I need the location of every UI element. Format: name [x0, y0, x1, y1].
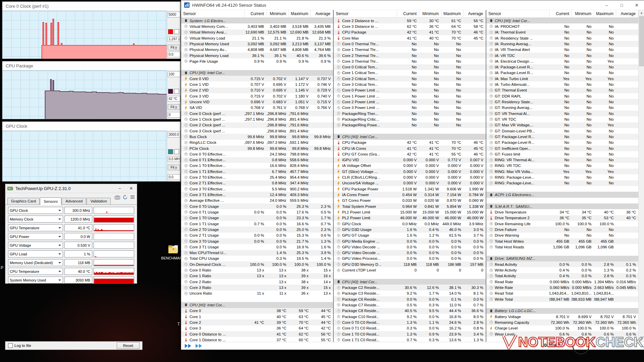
sensor-row[interactable]: GPU Video Decode ...0.0 %0.0 %0.0 %0.0 % — [334, 250, 486, 256]
minimize-button[interactable]: – — [114, 184, 125, 193]
column-header-minimum[interactable]: Minimum — [419, 10, 441, 17]
sensor-row[interactable]: Core 2 Power Limit ...NoNoNo — [334, 99, 486, 105]
sensor-row[interactable]: Core 2 T1 Effective...0.8 MHz347.4 MHz — [181, 180, 333, 186]
sensor-row[interactable]: Total Activity0.4 %0.0 %2.8 %0.3 % — [486, 273, 638, 279]
column-header-average[interactable]: Average — [616, 10, 638, 17]
maximize-button[interactable]: □ — [614, 0, 629, 10]
sensor-row[interactable]: Core 0 T0 Usage0.0 %25.3 %2.3 % — [181, 203, 333, 209]
sensor-row[interactable]: CPU GT Cores (Gra...42 °C41 °C55 °C46 °C — [334, 151, 486, 157]
sensor-row[interactable]: Core 1 Thermal Thr...NoNoNo — [334, 47, 486, 53]
sensor-row[interactable]: Core 3 Power Limit ...NoNoNo — [334, 105, 486, 111]
sensor-row[interactable]: Core 1 Ratio13 x13 x39 x16 x — [181, 273, 333, 279]
sensor-row[interactable]: GPU Video Processi...0.0 %0.0 %0.0 %0.0 … — [334, 256, 486, 261]
sensor-row[interactable]: Core 2 T0 Effective...25.4 MHz954.4 MHz — [181, 174, 333, 180]
sensor-row[interactable]: GPU Clock0.0 MHz0.0 MHz449.0 MHz3.9 MHz — [334, 221, 486, 227]
sensor-row[interactable]: CPU Package Power1.518 W1.341 W9.606 W1.… — [334, 186, 486, 192]
sensor-select-dropdown[interactable]: GPU Load — [8, 250, 63, 257]
sensor-row[interactable]: GPU GT Usage1.6 %1.2 %61.5 %3.7 % — [334, 233, 486, 238]
sensor-row[interactable]: Core 2 T1 Usage0.0 %0.0 %15.3 %0.6 % — [181, 233, 333, 238]
sensor-row[interactable]: Core 0 Thermal Thr...NoNoNo — [334, 41, 486, 47]
series-color-swatch[interactable] — [168, 89, 173, 94]
sensor-row[interactable]: Core 0 T0 C0 Resid...1.3 %1.1 %24.6 %2.8… — [334, 319, 486, 325]
fit-y-button[interactable]: Fit y — [168, 165, 180, 170]
sensor-row[interactable]: Write Activity0.4 %0.0 %1.3 %0.2 % — [486, 267, 638, 273]
sensor-row[interactable]: PL1 Power Limit15.000 W15.000 W15.000 W1… — [334, 209, 486, 215]
sensor-row[interactable]: GT: Package-Level R...NoNoNo — [486, 140, 638, 145]
sensor-row[interactable]: Core 2 Critical Tem...NoNoNo — [334, 76, 486, 81]
column-header-maximum[interactable]: Maximum — [289, 10, 311, 17]
sensor-row[interactable]: GT: Domain-Level PB...NoNoNo — [486, 128, 638, 134]
sensor-group-header[interactable]: CPU [#0]: Intel Cor... — [181, 70, 333, 76]
sensor-row[interactable]: Core 3 T1 Effective...12.4 MHz409.3 MHz — [181, 192, 333, 197]
sensor-row[interactable]: Core 0 T1 Effective...0.8 MHz558.6 MHz — [181, 157, 333, 163]
sensor-row[interactable]: Physical Memory Av...4,808 MB4,687 MB4,8… — [181, 47, 333, 53]
sensor-select-dropdown[interactable]: Memory Used (Dedicated) — [8, 259, 63, 266]
sensor-group-header[interactable]: CPU [#0]: Intel Cor... — [334, 134, 486, 139]
sensor-group-header[interactable]: ACPI: LG Electronics... — [486, 192, 638, 197]
sensor-row[interactable]: On-Demand Clock ...100.0 %100.0 %100.0 %… — [181, 261, 333, 267]
sensor-row[interactable]: Total CPU Usage0.3 %19.5 %1.4 % — [181, 256, 333, 261]
sensor-row[interactable]: Core 0 Clock (perf ...1,297.1 MHz1,296.8… — [181, 111, 333, 116]
column-header-average[interactable]: Average — [464, 10, 486, 17]
sensor-row[interactable]: GT (Slice) Voltage ...0.000 V0.000 V0.00… — [334, 169, 486, 174]
menu-icon[interactable] — [130, 195, 135, 199]
tab-graphics-card[interactable]: Graphics Card — [7, 198, 40, 204]
fast-forward-icon-2[interactable] — [195, 344, 203, 348]
sensor-row[interactable]: iGPU VID0.000 V0.000 V0.772 V0.007 V — [334, 157, 486, 163]
sensor-row[interactable]: GT: Package-Level R...NoNoNo — [486, 134, 638, 139]
sensor-row[interactable]: Core 3 T0 Usage0.0 %0.0 %21.7 %1.3 % — [181, 238, 333, 244]
column-header-average[interactable]: Average — [311, 10, 333, 17]
fast-forward-icon[interactable] — [184, 344, 192, 348]
sensor-row[interactable]: Core 1 T0 C0 Resid...1.3 %0.9 %23.9 %3.4… — [334, 331, 486, 337]
sensor-row[interactable]: IA: Thermal EventNoNoNo — [486, 29, 638, 35]
sensor-row[interactable]: Core 2 T0 Usage0.0 %25.0 %2.3 % — [181, 227, 333, 232]
column-header-minimum[interactable]: Minimum — [572, 10, 594, 17]
sensor-row[interactable]: Core 2 Thermal Thr...NoNoNo — [334, 53, 486, 58]
sensor-group-header[interactable]: System: LG Electro... — [181, 18, 333, 23]
scroll-down-icon[interactable]: ▼ — [639, 336, 644, 342]
sensor-row[interactable]: Core 1 T1 Effective...6.7 MHz457.7 MHz — [181, 169, 333, 174]
sensor-row[interactable]: IA Cores Power0.454 W0.314 W7.154 W0.784… — [334, 192, 486, 197]
sensor-row[interactable]: GT: Max VR Voltage,...NoNoYes — [486, 122, 638, 128]
sensor-row[interactable]: Core 0 Power Limit ...NoNoNo — [334, 87, 486, 93]
sensor-row[interactable]: Drive Temperature34 °C34 °C40 °C36 °C — [486, 209, 638, 215]
column-header-current[interactable]: Current — [550, 10, 572, 17]
sensor-row[interactable]: Physical Memory Used3,092 MB3,092 MB3,21… — [181, 41, 333, 47]
tab-sensors[interactable]: Sensors — [40, 197, 61, 205]
sensor-row[interactable]: Core 1 Clock (perf ...1,297.1 MHz1,296.8… — [181, 116, 333, 122]
sensor-select-dropdown[interactable]: GPU Power — [8, 233, 63, 240]
tab-advanced[interactable]: Advanced — [62, 198, 86, 204]
sensor-row[interactable]: Package C2 Reside...30.6 %12.6 %38.1 %30… — [334, 285, 486, 290]
sensor-row[interactable]: Core 3 Thermal Thr...NoNoNo — [334, 58, 486, 64]
sensor-group-header[interactable]: CPU [#0]: Intel Cor... — [334, 279, 486, 285]
sensor-row[interactable]: Average Effective ...24.0 MHz559.5 MHz — [181, 198, 333, 203]
reset-button[interactable]: Reset — [117, 342, 140, 349]
sensor-row[interactable]: Core 0 T1 Usage0.0 %0.0 %17.6 %0.5 % — [181, 209, 333, 215]
sensor-row[interactable]: IA: Max Turbo LimitYesYesYes — [486, 76, 638, 81]
sensor-select-dropdown[interactable]: System Memory Used — [8, 277, 63, 284]
sensor-row[interactable]: Core 3 T0 Effective...5.5 MHz900.2 MHz — [181, 186, 333, 192]
column-header-sensor[interactable]: Sensor — [334, 10, 397, 17]
column-header-minimum[interactable]: Minimum — [267, 10, 289, 17]
sensor-row[interactable]: Package C7 Reside...0.5 %0.3 %11.0 %0.7 … — [334, 302, 486, 308]
sensor-row[interactable]: RING: Max VR Volta...YesYesYes — [486, 169, 638, 174]
column-header-current[interactable]: Current — [245, 10, 267, 17]
sensor-row[interactable]: Package C8 Reside...40.5 %9.5 %44.4 %36.… — [334, 308, 486, 314]
sensor-row[interactable]: RING: VR Thermal Al...NoNoNo — [486, 157, 638, 163]
sensor-row[interactable]: Core 3 T1 Usage0.0 %16.9 %1.6 % — [181, 244, 333, 250]
sensor-row[interactable]: Core 038 °C59 °C44 °C — [181, 308, 333, 314]
sensor-row[interactable]: Core 1 T1 C0 Resid...0.7 %0.3 %13.6 %1.3… — [334, 337, 486, 342]
sensor-row[interactable]: Virtual Memory Avai...12,690 MB12,575 MB… — [181, 29, 333, 35]
sensor-row[interactable]: Core 3 Critical Tem...NoNoNo — [334, 81, 486, 87]
sensor-row[interactable]: Ring/LLC Clock1,097.6 MHz1,097.3 MHz3,59… — [181, 140, 333, 145]
sensor-row[interactable]: Wear Level0.6 %0.6 %0.6 %0.6 % — [486, 331, 638, 337]
sensor-row[interactable]: Write Rate0.060 MB/s0.000 MB/s2.663 MB/s… — [486, 285, 638, 290]
sensor-row[interactable]: Package/Ring Powe...NoNoNo — [334, 122, 486, 128]
sensor-row[interactable]: Read Total1,043,814...1,043,810...1,043,… — [486, 291, 638, 296]
sensor-row[interactable]: Drive FailureNoNoNo — [486, 227, 638, 232]
sensor-select-dropdown[interactable]: Memory Clock — [8, 216, 63, 223]
series-color-swatch-2[interactable] — [174, 29, 179, 34]
sensor-row[interactable]: Drive WarningNoNoNo — [486, 233, 638, 238]
sensor-row[interactable]: Core 2 Clock (perf ...1,296.8 MHz3,791.6… — [181, 122, 333, 128]
sensor-row[interactable]: GPU D3D Memory D...118 MB118 MB186 MB157… — [334, 261, 486, 267]
